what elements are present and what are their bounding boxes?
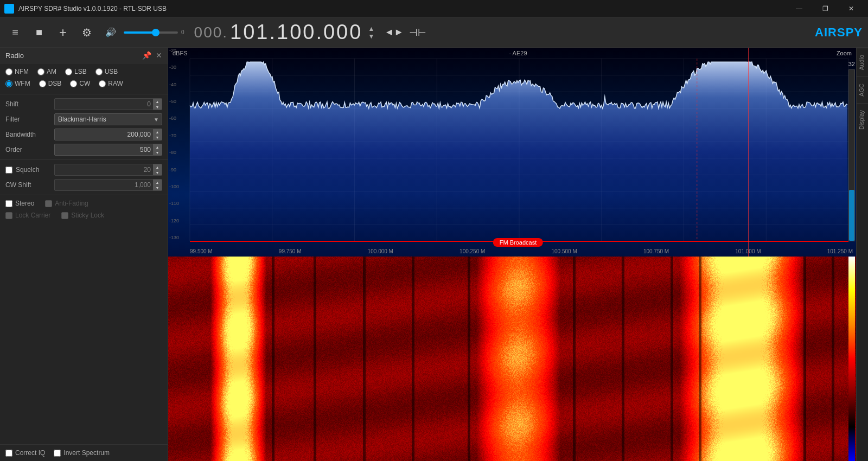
order-up[interactable]: ▲ [153,144,162,150]
display-tab[interactable]: Display [857,103,868,136]
correct-iq-checkbox[interactable] [5,450,12,457]
stop-button[interactable]: ■ [29,23,49,42]
cw-shift-input[interactable] [54,179,162,191]
squelch-checkbox[interactable] [5,167,12,174]
shift-spinners: ▲ ▼ [153,99,162,110]
stereo-check[interactable]: Stereo [5,200,34,207]
zoom-scrollbar[interactable] [848,69,855,241]
anti-fading-label: Anti-Fading [55,200,88,207]
radio-mode-panel: NFM AM LSB USB WFM DSB [0,63,168,92]
cw-down[interactable]: ▼ [153,185,162,190]
cw-shift-row: CW Shift ▲ ▼ [0,177,168,193]
shift-down[interactable]: ▼ [153,104,162,110]
bandwidth-down[interactable]: ▼ [153,135,162,140]
freq-small: 000. [194,24,228,41]
menu-button[interactable]: ≡ [5,23,25,42]
radio-cw[interactable]: CW [70,80,90,87]
filter-row: Filter Blackman-Harris Hamming Hann Rect… [0,112,168,127]
left-panel: Radio 📌 ✕ NFM AM LSB USB [0,48,168,461]
anti-fading-checkbox [45,200,52,207]
minimize-button[interactable]: — [787,0,812,17]
invert-spectrum-checkbox[interactable] [54,450,61,457]
cw-up[interactable]: ▲ [153,180,162,185]
order-label: Order [5,146,54,153]
volume-area: 🔊 0 [101,23,184,42]
close-button[interactable]: ✕ [839,0,864,17]
freq-controls: ▲ ▼ [368,25,374,40]
freq-center-button[interactable]: ⊣⊢ [408,23,427,42]
spectrum-container[interactable]: -20 -30 -40 -50 -60 -70 -80 -90 -100 -11… [168,48,868,257]
sticky-lock-check: Sticky Lock [61,212,104,219]
radio-dsb[interactable]: DSB [39,80,62,87]
shift-row: Shift ▲ ▼ [0,97,168,112]
stereo-antifading-row: Stereo Anti-Fading [0,197,168,209]
lock-carrier-checkbox [5,212,12,219]
filter-label: Filter [5,116,54,123]
radio-wfm[interactable]: WFM [5,80,30,87]
invert-spectrum-check[interactable]: Invert Spectrum [54,449,110,457]
freq-large: 101.100.000 [230,21,362,44]
volume-slider[interactable] [124,31,178,34]
panel-close-button[interactable]: ✕ [156,51,162,60]
panel-header: Radio 📌 ✕ [0,48,168,63]
anti-fading-check: Anti-Fading [45,200,88,207]
bandwidth-up[interactable]: ▲ [153,129,162,135]
squelch-label: Squelch [16,166,39,174]
freq-lr-button[interactable]: ◄► [384,23,404,42]
frequency-display: 000. 101.100.000 ▲ ▼ ◄► ⊣⊢ [194,21,428,44]
freq-up-button[interactable]: ▲ [368,25,374,32]
app-icon [4,4,14,14]
right-area: -20 -30 -40 -50 -60 -70 -80 -90 -100 -11… [168,48,868,461]
sticky-lock-label: Sticky Lock [71,212,104,219]
order-row: Order ▲ ▼ [0,142,168,157]
freq-nav-buttons: ◄► ⊣⊢ [384,23,427,42]
cw-spinners: ▲ ▼ [153,180,162,190]
bandwidth-input-wrap: ▲ ▼ [54,129,162,140]
order-spinners: ▲ ▼ [153,144,162,155]
bandwidth-row: Bandwidth ▲ ▼ [0,127,168,142]
maximize-button[interactable]: ❐ [813,0,838,17]
side-tabs: Audio AGC Display [856,48,868,461]
bandwidth-label: Bandwidth [5,131,54,138]
squelch-input[interactable] [54,164,162,176]
stereo-label: Stereo [15,200,34,207]
pin-button[interactable]: 📌 [142,51,151,60]
volume-button[interactable]: 🔊 [101,23,120,42]
radio-nfm[interactable]: NFM [5,68,29,75]
squelch-up[interactable]: ▲ [153,164,162,170]
stereo-checkbox[interactable] [5,200,12,207]
filter-select[interactable]: Blackman-Harris Hamming Hann Rectangular… [54,113,162,125]
agc-tab[interactable]: AGC [857,76,868,103]
lock-carrier-label: Lock Carrier [15,212,50,219]
lock-sticky-row: Lock Carrier Sticky Lock [0,209,168,221]
bandwidth-spinners: ▲ ▼ [153,129,162,140]
shift-label: Shift [5,100,54,108]
waterfall-container[interactable] [168,257,868,461]
main-area: Radio 📌 ✕ NFM AM LSB USB [0,48,868,461]
freq-down-button[interactable]: ▼ [368,33,374,40]
shift-input[interactable] [54,98,162,110]
audio-tab[interactable]: Audio [857,48,868,76]
lock-carrier-check: Lock Carrier [5,212,50,219]
cw-shift-label: CW Shift [5,181,54,189]
bandwidth-input[interactable] [54,129,162,140]
radio-usb[interactable]: USB [95,68,118,75]
radio-raw[interactable]: RAW [99,80,123,87]
radio-am[interactable]: AM [37,68,56,75]
correct-iq-label: Correct IQ [15,449,45,457]
panel-icons: 📌 ✕ [142,51,162,60]
add-button[interactable]: + [53,23,73,42]
shift-up[interactable]: ▲ [153,99,162,104]
panel-title: Radio [5,52,24,60]
squelch-down[interactable]: ▼ [153,170,162,175]
settings-button[interactable]: ⚙ [77,23,97,42]
correct-iq-check[interactable]: Correct IQ [5,449,45,457]
order-input-wrap: ▲ ▼ [54,144,162,156]
order-down[interactable]: ▼ [153,150,162,155]
zoom-thumb [849,190,854,241]
order-input[interactable] [54,144,162,156]
squelch-input-wrap: ▲ ▼ [54,164,162,176]
window-buttons: — ❐ ✕ [787,0,864,17]
toolbar: ≡ ■ + ⚙ 🔊 0 000. 101.100.000 ▲ ▼ ◄► ⊣⊢ A… [0,17,868,48]
radio-lsb[interactable]: LSB [65,68,87,75]
